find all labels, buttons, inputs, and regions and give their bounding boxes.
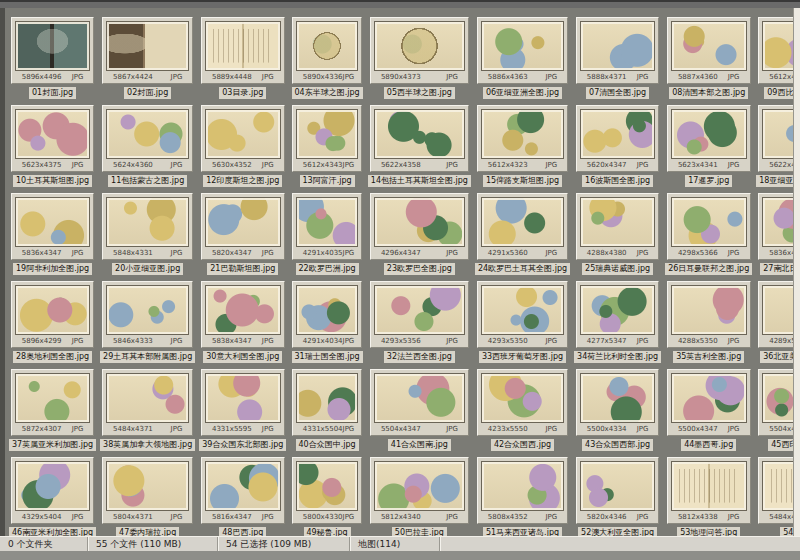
file-item[interactable]: 5500x4347JPG44墨西哥.jpg xyxy=(665,365,752,453)
thumbnail-tile: 4233x5550JPG xyxy=(477,369,568,436)
file-item[interactable]: 4298x5366JPG26日耳曼联邦之图.jpg xyxy=(665,189,752,277)
file-name: 42合众国西.jpg xyxy=(491,439,554,451)
file-item[interactable]: 4289x5356JPG36北亚美利加全图.jpg xyxy=(756,277,793,365)
image-dimensions: 5820x4347 xyxy=(212,249,252,258)
thumbnail-tile: 5622x4345JPG xyxy=(758,105,793,172)
file-item[interactable]: 4296x4347JPG23欧罗巴全图.jpg xyxy=(368,189,471,277)
file-name: 45西印度群岛.jpg xyxy=(768,439,793,451)
file-item[interactable]: 5896x4299JPG28奥地利国全图.jpg xyxy=(9,277,96,365)
file-item[interactable]: 5812x4340JPG50巴拉圭.jpg xyxy=(368,453,471,536)
thumbnail-image xyxy=(374,461,465,511)
file-item[interactable]: 4293x5356JPG32法兰西全图.jpg xyxy=(368,277,471,365)
status-spacer xyxy=(440,537,800,551)
file-item[interactable]: 4291x4035JPG22欧罗巴洲.jpg xyxy=(290,189,364,277)
thumbnail-tile: 5846x4333JPG xyxy=(102,281,193,348)
file-item[interactable]: 5816x4347JPG48巴西.jpg xyxy=(199,453,286,536)
thumbnail-tile: 5624x4360JPG xyxy=(102,105,193,172)
file-item[interactable]: 4293x5350JPG33西班牙葡萄牙图.jpg xyxy=(475,277,570,365)
thumbnail-tile: 5890x4373JPG xyxy=(370,17,469,84)
status-bar: 0 个文件夹 55 个文件 (110 MB) 54 已选择 (109 MB) 地… xyxy=(0,536,800,551)
thumbnail-image xyxy=(481,21,564,71)
file-name: 03目录.jpg xyxy=(219,87,266,99)
image-dimensions: 5896x4496 xyxy=(22,73,62,82)
thumbnail-image xyxy=(296,373,359,423)
file-item[interactable]: 5867x4424JPG02封面.jpg xyxy=(100,13,195,101)
window-top-edge xyxy=(0,0,800,8)
file-item[interactable]: 4291x5360JPG24欧罗巴土耳其全图.jpg xyxy=(475,189,570,277)
file-item[interactable]: 5500x4334JPG43合众国西部.jpg xyxy=(574,365,661,453)
file-item[interactable]: 5484x4427JPG54封底.jpg xyxy=(756,453,793,536)
file-item[interactable]: 5623x4341JPG17暹罗.jpg xyxy=(665,101,752,189)
image-format-label: JPG xyxy=(262,161,274,170)
image-format-label: JPG xyxy=(343,513,355,522)
file-item[interactable]: 4331x5595JPG39合众国东北部图.jpg xyxy=(199,365,286,453)
file-item[interactable]: 5620x4347JPG16波斯国全图.jpg xyxy=(574,101,661,189)
file-name: 10土耳其斯坦图.jpg xyxy=(13,175,92,187)
file-name: 19阿非利加全图.jpg xyxy=(13,263,92,275)
file-item[interactable]: 5836x4322JPG27南北日耳曼之图.jpg xyxy=(756,189,793,277)
file-item[interactable]: 5820x4346JPG52澳大利亚全图.jpg xyxy=(574,453,661,536)
file-name: 20小亚细亚图.jpg xyxy=(112,263,183,275)
file-item[interactable]: 5622x4358JPG14包括土耳其斯坦全图.jpg xyxy=(368,101,471,189)
file-item[interactable]: 5623x4375JPG10土耳其斯坦图.jpg xyxy=(9,101,96,189)
file-item[interactable]: 5808x4352JPG51马来西亚诸岛.jpg xyxy=(475,453,570,536)
file-item[interactable]: 5889x4448JPG03目录.jpg xyxy=(199,13,286,101)
file-item[interactable]: 4331x5504JPG40合众国中.jpg xyxy=(290,365,364,453)
thumbnail-image xyxy=(15,461,91,511)
file-item[interactable]: 5890x4373JPG05西半球之图.jpg xyxy=(368,13,471,101)
vertical-scrollbar[interactable] xyxy=(793,8,800,536)
file-item[interactable]: 5896x4496JPG01封面.jpg xyxy=(9,13,96,101)
file-item[interactable]: 5846x4333JPG29土耳其本部附属图.jpg xyxy=(100,277,195,365)
image-format-label: JPG xyxy=(728,425,740,434)
file-item[interactable]: 5820x4347JPG21巴勒斯坦图.jpg xyxy=(199,189,286,277)
thumbnail-image xyxy=(205,109,281,159)
file-item[interactable]: 5804x4371JPG47委内瑞拉.jpg xyxy=(100,453,195,536)
file-item[interactable]: 5504x4322JPG45西印度群岛.jpg xyxy=(756,365,793,453)
file-item[interactable]: 5890x4336JPG04东半球之图.jpg xyxy=(290,13,364,101)
file-item[interactable]: 4288x5350JPG35英吉利全图.jpg xyxy=(665,277,752,365)
file-item[interactable]: 4329x5404JPG46南亚米利加全图.jpg xyxy=(9,453,96,536)
file-item[interactable]: 5612x4371JPG09西比利亚全图.jpg xyxy=(756,13,793,101)
file-item[interactable]: 4291x4034JPG31瑞士国全图.jpg xyxy=(290,277,364,365)
image-dimensions: 5800x4330 xyxy=(303,513,343,522)
image-format-label: JPG xyxy=(545,425,557,434)
file-item[interactable]: 5812x4338JPG53地理问答.jpg xyxy=(665,453,752,536)
image-dimensions: 5504x4322 xyxy=(769,425,793,434)
file-item[interactable]: 4277x5347JPG34荷兰比利时全图.jpg xyxy=(574,277,661,365)
thumbnail-canvas: 5896x4496JPG01封面.jpg5867x4424JPG02封面.jpg… xyxy=(5,8,793,536)
file-item[interactable]: 5612x4323JPG15俾路支斯坦图.jpg xyxy=(475,101,570,189)
file-item[interactable]: 5612x4343JPG13阿富汗.jpg xyxy=(290,101,364,189)
file-item[interactable]: 5800x4330JPG49秘鲁.jpg xyxy=(290,453,364,536)
file-item[interactable]: 5484x4371JPG38英属加拿大领地图.jpg xyxy=(100,365,195,453)
image-dimensions: 4331x5504 xyxy=(303,425,343,434)
file-item[interactable]: 5504x4347JPG41合众国南.jpg xyxy=(368,365,471,453)
thumbnail-image xyxy=(762,285,793,335)
thumbnail-image xyxy=(580,373,656,423)
file-name: 15俾路支斯坦图.jpg xyxy=(483,175,562,187)
thumbnail-image xyxy=(106,461,189,511)
file-item[interactable]: 4288x4380JPG25瑞典诺威图.jpg xyxy=(574,189,661,277)
thumbnail-image xyxy=(374,109,465,159)
thumbnail-tile: 4289x5356JPG xyxy=(758,281,793,348)
file-item[interactable]: 5836x4347JPG19阿非利加全图.jpg xyxy=(9,189,96,277)
file-item[interactable]: 5887x4360JPG08清国本部之图.jpg xyxy=(665,13,752,101)
image-dimensions: 5624x4360 xyxy=(113,161,153,170)
thumbnail-tile: 5484x4371JPG xyxy=(102,369,193,436)
image-dimensions: 5808x4352 xyxy=(488,513,528,522)
image-dimensions: 5612x4371 xyxy=(769,73,793,82)
image-format-label: JPG xyxy=(72,73,84,82)
file-name: 28奥地利国全图.jpg xyxy=(13,351,92,363)
image-format-label: JPG xyxy=(637,73,649,82)
thumbnail-tile: 4331x5504JPG xyxy=(292,369,363,436)
file-item[interactable]: 5872x4307JPG37英属亚米利加图.jpg xyxy=(9,365,96,453)
file-item[interactable]: 5624x4360JPG11包括蒙古之图.jpg xyxy=(100,101,195,189)
file-item[interactable]: 5630x4352JPG12印度斯坦之图.jpg xyxy=(199,101,286,189)
file-item[interactable]: 4233x5550JPG42合众国西.jpg xyxy=(475,365,570,453)
image-format-label: JPG xyxy=(343,425,355,434)
file-item[interactable]: 5848x4331JPG20小亚细亚图.jpg xyxy=(100,189,195,277)
image-dimensions: 4291x4035 xyxy=(303,249,343,258)
file-item[interactable]: 5886x4363JPG06亚细亚洲全图.jpg xyxy=(475,13,570,101)
file-item[interactable]: 5622x4345JPG18亚细亚土耳其全图.jpg xyxy=(756,101,793,189)
file-item[interactable]: 5888x4371JPG07清国全图.jpg xyxy=(574,13,661,101)
file-item[interactable]: 5838x4347JPG30意大利国全图.jpg xyxy=(199,277,286,365)
